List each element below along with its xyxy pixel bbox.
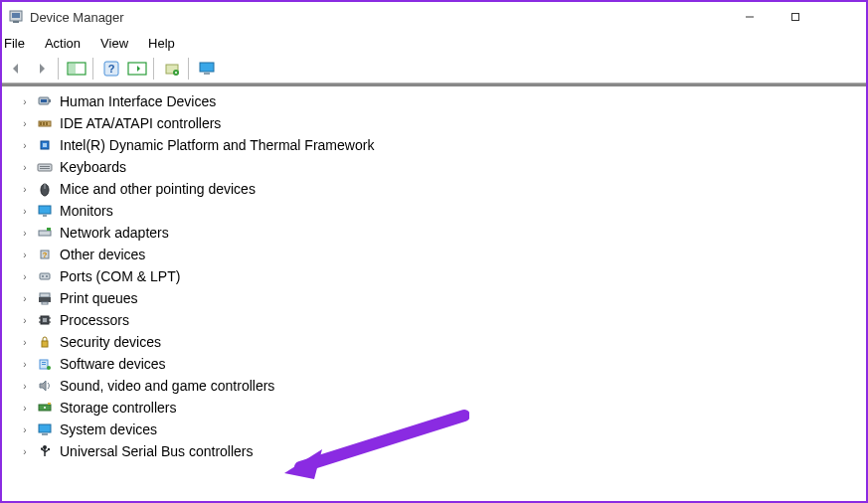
back-button[interactable] xyxy=(4,57,28,81)
chevron-right-icon[interactable]: › xyxy=(20,96,30,107)
tree-node-sound[interactable]: › Sound, video and game controllers xyxy=(20,375,866,397)
svg-rect-43 xyxy=(43,318,47,322)
tree-node-intel-platform[interactable]: › Intel(R) Dynamic Platform and Thermal … xyxy=(20,134,866,156)
svg-rect-33 xyxy=(47,228,51,231)
storage-icon xyxy=(36,399,54,417)
svg-point-37 xyxy=(42,275,44,277)
toolbar-separator xyxy=(92,58,95,80)
network-icon xyxy=(36,224,54,242)
tree-node-usb[interactable]: › Universal Serial Bus controllers xyxy=(20,440,866,462)
chevron-right-icon[interactable]: › xyxy=(20,337,30,348)
chevron-right-icon[interactable]: › xyxy=(20,403,30,414)
tree-node-processors[interactable]: › Processors xyxy=(20,309,866,331)
svg-point-52 xyxy=(47,366,51,370)
chevron-right-icon[interactable]: › xyxy=(20,359,30,370)
tree-node-keyboards[interactable]: › Keyboards xyxy=(20,156,866,178)
tree-node-label: Other devices xyxy=(60,247,145,262)
svg-text:?: ? xyxy=(108,63,115,75)
toolbar-separator xyxy=(153,58,156,80)
tree-node-label: Sound, video and game controllers xyxy=(60,378,274,394)
svg-rect-1 xyxy=(12,13,20,18)
help-icon[interactable]: ? xyxy=(99,57,123,81)
speaker-icon xyxy=(36,377,54,395)
title-bar: Device Manager xyxy=(2,2,866,32)
chevron-right-icon[interactable]: › xyxy=(20,118,30,129)
tree-node-label: Intel(R) Dynamic Platform and Thermal Fr… xyxy=(60,137,374,153)
ide-icon xyxy=(36,114,54,132)
chevron-right-icon[interactable]: › xyxy=(20,228,30,239)
tree-node-label: Human Interface Devices xyxy=(60,93,216,109)
tree-node-ide[interactable]: › IDE ATA/ATAPI controllers xyxy=(20,112,866,134)
svg-rect-50 xyxy=(42,362,46,363)
chevron-right-icon[interactable]: › xyxy=(20,162,30,173)
minimize-button[interactable] xyxy=(727,2,773,32)
chevron-right-icon[interactable]: › xyxy=(20,381,30,392)
ports-icon xyxy=(36,267,54,285)
system-icon xyxy=(36,420,54,438)
tree-node-security[interactable]: › Security devices xyxy=(20,331,866,353)
svg-rect-40 xyxy=(39,297,51,302)
tree-node-network[interactable]: › Network adapters xyxy=(20,222,866,244)
monitor-icon[interactable] xyxy=(195,57,219,81)
software-icon xyxy=(36,355,54,373)
svg-rect-56 xyxy=(39,424,51,432)
maximize-button[interactable] xyxy=(773,2,818,32)
mouse-icon xyxy=(36,180,54,198)
chevron-right-icon[interactable]: › xyxy=(20,271,30,282)
tree-node-system[interactable]: › System devices xyxy=(20,419,866,440)
app-icon xyxy=(8,9,24,25)
update-driver-icon[interactable] xyxy=(160,57,184,81)
toolbar-separator xyxy=(58,58,61,80)
svg-text:?: ? xyxy=(43,251,48,259)
chip-icon xyxy=(36,136,54,154)
chevron-right-icon[interactable]: › xyxy=(20,315,30,326)
monitor-icon xyxy=(36,202,54,220)
forward-button[interactable] xyxy=(30,57,54,81)
printer-icon xyxy=(36,289,54,307)
chevron-right-icon[interactable]: › xyxy=(20,446,30,457)
menu-view[interactable]: View xyxy=(90,34,138,53)
tree-node-label: Universal Serial Bus controllers xyxy=(60,443,254,459)
tree-node-label: Software devices xyxy=(60,356,166,372)
menu-help[interactable]: Help xyxy=(138,34,185,53)
tree-node-monitors[interactable]: › Monitors xyxy=(20,200,866,222)
svg-rect-57 xyxy=(42,433,48,435)
tree-node-label: Ports (COM & LPT) xyxy=(60,268,180,284)
svg-rect-32 xyxy=(39,231,51,236)
show-hide-console-icon[interactable] xyxy=(65,57,88,81)
tree-node-label: Monitors xyxy=(60,203,113,219)
scan-hardware-icon[interactable] xyxy=(125,57,149,81)
tree-node-hid[interactable]: › Human Interface Devices xyxy=(20,90,866,112)
chevron-right-icon[interactable]: › xyxy=(20,140,30,151)
hid-icon xyxy=(36,92,54,110)
svg-rect-21 xyxy=(43,122,45,125)
chevron-right-icon[interactable]: › xyxy=(20,206,30,217)
device-tree[interactable]: › Human Interface Devices › IDE ATA/ATAP… xyxy=(2,86,866,501)
tree-node-label: Processors xyxy=(60,312,129,328)
tree-node-label: IDE ATA/ATAPI controllers xyxy=(60,115,221,131)
svg-rect-18 xyxy=(49,99,51,102)
unknown-device-icon: ? xyxy=(36,246,54,263)
tree-node-other[interactable]: › ? Other devices xyxy=(20,244,866,265)
keyboard-icon xyxy=(36,158,54,176)
menu-action[interactable]: Action xyxy=(35,34,90,53)
chevron-right-icon[interactable]: › xyxy=(20,184,30,195)
svg-rect-4 xyxy=(792,14,799,21)
tree-node-ports[interactable]: › Ports (COM & LPT) xyxy=(20,265,866,287)
svg-rect-36 xyxy=(40,273,50,279)
window-controls xyxy=(727,2,864,32)
tree-node-storage[interactable]: › Storage controllers xyxy=(20,397,866,419)
tree-node-label: Mice and other pointing devices xyxy=(60,181,256,197)
tree-node-label: Storage controllers xyxy=(60,400,177,416)
chevron-right-icon[interactable]: › xyxy=(20,293,30,304)
svg-rect-60 xyxy=(41,448,43,450)
tree-node-software[interactable]: › Software devices xyxy=(20,353,866,375)
chevron-right-icon[interactable]: › xyxy=(20,424,30,435)
tree-node-print-queues[interactable]: › Print queues xyxy=(20,287,866,309)
chevron-right-icon[interactable]: › xyxy=(20,250,30,260)
menu-file[interactable]: File xyxy=(2,34,35,53)
tree-node-label: Keyboards xyxy=(60,159,126,175)
tree-node-label: System devices xyxy=(60,421,157,437)
tree-node-mice[interactable]: › Mice and other pointing devices xyxy=(20,178,866,200)
window-title: Device Manager xyxy=(30,10,727,25)
